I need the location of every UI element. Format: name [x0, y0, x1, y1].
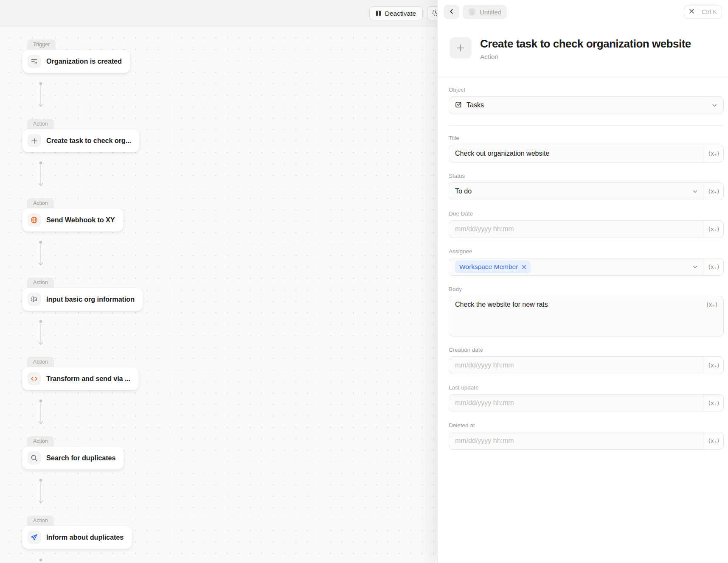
last-update-text[interactable]: (x₊) — [449, 394, 724, 412]
status-select[interactable]: To do(x₊) — [449, 182, 724, 200]
node-label: Transform and send via ... — [46, 375, 130, 383]
node-card[interactable]: Input basic org information — [22, 288, 143, 311]
field-label-due-date: Due Date — [449, 210, 724, 217]
creation-date-input[interactable] — [455, 361, 698, 369]
clock-history-icon — [432, 9, 437, 18]
connector-arrow — [37, 319, 45, 351]
body-textarea[interactable]: Check the website for new rats — [449, 296, 706, 336]
field-label-body: Body — [449, 286, 724, 292]
object-value-area[interactable]: Tasks — [449, 97, 723, 114]
action-form: ObjectTasksTitle(x₊)StatusTo do(x₊)Due D… — [438, 77, 728, 563]
variable-icon: (x₊) — [708, 150, 720, 157]
node-card[interactable]: Transform and send via ... — [22, 367, 139, 390]
workflow-name-pill[interactable]: – Untitled — [463, 5, 507, 19]
last-update-input[interactable] — [455, 399, 698, 407]
title-value-area[interactable] — [449, 145, 704, 162]
due-date-text[interactable]: (x₊) — [449, 220, 724, 238]
plus-icon — [450, 37, 472, 59]
node-card[interactable]: Send Webhook to XY — [22, 208, 124, 232]
deactivate-button[interactable]: Deactivate — [369, 6, 423, 20]
title-text[interactable]: (x₊) — [449, 145, 724, 162]
separator — [698, 9, 698, 15]
workflow-builder-app: TriggerOrganization is createdActionCrea… — [0, 0, 728, 563]
insert-variable-button[interactable]: (x₊) — [706, 296, 723, 308]
panel-header: – Untitled Ctrl K — [438, 0, 728, 24]
creation-date-value-area[interactable] — [449, 357, 704, 374]
close-panel-button[interactable]: Ctrl K — [684, 6, 722, 19]
node-card[interactable]: Organization is created — [22, 50, 130, 73]
field-status: StatusTo do(x₊) — [449, 173, 724, 200]
workflow-node: ActionTransform and send via ... — [22, 367, 139, 390]
workflow-node: TriggerOrganization is created — [22, 50, 130, 73]
insert-variable-button[interactable]: (x₊) — [704, 357, 723, 374]
assignee-value-area[interactable]: Workspace Member — [449, 258, 704, 275]
field-label-creation-date: Creation date — [449, 347, 724, 353]
insert-variable-button[interactable]: (x₊) — [704, 432, 723, 449]
remove-tag-icon[interactable] — [522, 265, 526, 269]
node-label: Input basic org information — [46, 295, 135, 303]
pause-icon — [376, 11, 381, 16]
title-input[interactable] — [455, 150, 698, 157]
field-title: Title(x₊) — [449, 135, 724, 162]
due-date-input[interactable] — [455, 225, 698, 233]
canvas-toolbar: Deactivate — [0, 0, 437, 27]
run-history-button[interactable] — [427, 6, 437, 20]
last-update-value-area[interactable] — [449, 395, 704, 412]
node-card[interactable]: Create task to check org... — [22, 129, 140, 152]
variable-icon: (x₊) — [708, 437, 720, 444]
status-selected-value: To do — [455, 188, 472, 195]
insert-variable-button[interactable]: (x₊) — [704, 145, 723, 162]
workflow-node: ActionCreate task to check org... — [22, 129, 140, 152]
chevron-down-icon — [692, 264, 698, 270]
deleted-at-input[interactable] — [455, 437, 698, 445]
field-object: ObjectTasks — [449, 87, 724, 114]
node-label: Inform about duplicates — [46, 533, 124, 541]
node-label: Search for duplicates — [46, 454, 115, 462]
field-body: BodyCheck the website for new rats(x₊) — [449, 286, 724, 336]
connector-arrow — [37, 557, 45, 563]
creation-date-text[interactable]: (x₊) — [449, 356, 724, 374]
globe-icon — [28, 213, 41, 227]
assignee-tag-label: Workspace Member — [459, 263, 518, 271]
deleted-at-text[interactable]: (x₊) — [449, 432, 724, 450]
field-assignee: AssigneeWorkspace Member(x₊) — [449, 248, 724, 276]
field-label-title: Title — [449, 135, 724, 141]
insert-variable-button[interactable]: (x₊) — [704, 258, 723, 275]
workflow-canvas[interactable]: TriggerOrganization is createdActionCrea… — [0, 0, 437, 563]
assignee-tag[interactable]: Workspace Member — [455, 260, 531, 273]
action-hero: Create task to check organization websit… — [438, 24, 728, 61]
code-icon — [28, 372, 41, 385]
connector-arrow — [37, 81, 45, 113]
field-last-update: Last update(x₊) — [449, 384, 724, 412]
insert-variable-button[interactable]: (x₊) — [704, 183, 723, 200]
connector-arrow — [37, 161, 45, 192]
field-due-date: Due Date(x₊) — [449, 210, 724, 238]
variable-icon: (x₊) — [706, 301, 717, 308]
field-label-status: Status — [449, 173, 724, 179]
hero-text: Create task to check organization websit… — [480, 37, 691, 61]
insert-variable-button[interactable]: (x₊) — [704, 221, 723, 238]
list-add-icon — [28, 55, 41, 68]
variable-icon: (x₊) — [708, 263, 720, 270]
shortcut-hint: Ctrl K — [702, 8, 717, 15]
body-textarea[interactable]: Check the website for new rats(x₊) — [449, 296, 724, 336]
node-card[interactable]: Inform about duplicates — [22, 526, 132, 549]
back-button[interactable] — [444, 5, 459, 19]
insert-variable-button[interactable]: (x₊) — [704, 395, 723, 412]
assignee-tag-select[interactable]: Workspace Member(x₊) — [449, 258, 724, 276]
workflow-node: ActionSearch for duplicates — [22, 446, 124, 470]
workflow-node: ActionSend Webhook to XY — [22, 208, 124, 232]
field-label-deleted-at: Deleted at — [449, 422, 724, 429]
deleted-at-value-area[interactable] — [449, 432, 704, 449]
due-date-value-area[interactable] — [449, 221, 704, 238]
input-icon — [28, 293, 41, 306]
workflow-node: ActionInput basic org information — [22, 288, 143, 311]
node-card[interactable]: Search for duplicates — [22, 446, 124, 470]
plus-icon — [28, 134, 41, 147]
field-label-object: Object — [449, 87, 724, 93]
object-select[interactable]: Tasks — [449, 96, 724, 114]
search-icon — [28, 451, 41, 465]
status-value-area[interactable]: To do — [449, 183, 704, 200]
action-title: Create task to check organization websit… — [480, 37, 691, 50]
field-creation-date: Creation date(x₊) — [449, 347, 724, 374]
